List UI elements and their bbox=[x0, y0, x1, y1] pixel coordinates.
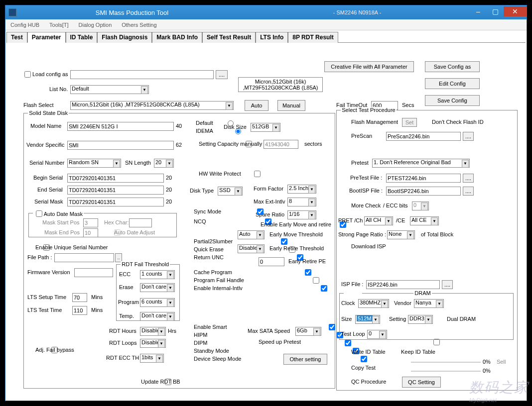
isp-file-browse[interactable]: .... bbox=[442, 280, 453, 289]
end-serial-label: End Serial bbox=[37, 187, 63, 193]
tab-selftest[interactable]: Self Test Result bbox=[202, 32, 256, 43]
sync-mode-check[interactable] bbox=[257, 208, 264, 215]
early-retire-select[interactable]: Disable bbox=[238, 244, 265, 253]
menu-tools[interactable]: Tools[T] bbox=[46, 21, 72, 29]
isp-file-label: ISP File : bbox=[341, 281, 363, 287]
hw-write-check[interactable] bbox=[254, 171, 261, 177]
cache-prog-check[interactable] bbox=[305, 269, 311, 276]
max-sata-select[interactable]: 6Gb bbox=[295, 327, 321, 336]
size-select[interactable]: 512M bbox=[355, 315, 380, 324]
erase-select[interactable]: Don't care bbox=[140, 283, 175, 292]
enable-intlv-check[interactable] bbox=[321, 285, 327, 292]
ncq-label: NCQ bbox=[194, 218, 206, 224]
enable-smart-check[interactable] bbox=[329, 324, 335, 330]
program-select[interactable]: 6 counts bbox=[140, 298, 175, 307]
spare-ratio-select[interactable]: 1/16 bbox=[287, 210, 316, 219]
tab-ltsinfo[interactable]: LTS Info bbox=[256, 32, 288, 43]
prescan-browse[interactable]: .... bbox=[463, 132, 474, 141]
menu-config[interactable]: Config HUB bbox=[7, 21, 42, 29]
early-move-label: Early Move Threshold bbox=[269, 231, 323, 237]
save-config-button[interactable]: Save Config bbox=[425, 95, 480, 106]
prescan-input[interactable] bbox=[386, 132, 461, 141]
flash-info-box: Micron,512Gbit (16k) ,MT29F512G08CKCAB (… bbox=[238, 77, 323, 92]
file-path-input[interactable] bbox=[54, 253, 114, 262]
early-move-select[interactable]: Auto bbox=[238, 230, 265, 239]
set-button: Set bbox=[402, 118, 417, 127]
begin-serial-input[interactable] bbox=[67, 174, 164, 183]
setting-cap-input bbox=[264, 140, 298, 149]
early-pe-input[interactable] bbox=[259, 257, 284, 266]
more-check-label: More Check bbox=[351, 203, 381, 208]
menu-dialog[interactable]: Dialog Option bbox=[76, 21, 115, 29]
sn-select[interactable]: Random SN bbox=[67, 159, 121, 168]
dram-vendor-label: Vendor bbox=[394, 300, 411, 306]
tab-8prdt[interactable]: 8P RDT Result bbox=[288, 32, 338, 43]
load-config-check[interactable] bbox=[24, 71, 31, 78]
dram-legend: DRAM bbox=[413, 290, 431, 296]
test-loop-select[interactable]: 0 bbox=[367, 330, 387, 339]
tab-parameter[interactable]: Parameter bbox=[27, 32, 66, 43]
serial-mask-input[interactable] bbox=[67, 198, 164, 206]
flash-select-dropdown[interactable]: Micron,512Gbit (16k) ,MT29F512G08CKCAB (… bbox=[70, 101, 234, 110]
auto-date-adjust-label: Auto Date Adjust bbox=[114, 229, 155, 235]
tab-markbad[interactable]: Mark BAD Info bbox=[152, 32, 202, 43]
bootisp-input[interactable] bbox=[386, 187, 461, 196]
slider-1[interactable] bbox=[411, 362, 481, 363]
save-config-as-button[interactable]: Save Config as bbox=[425, 61, 480, 72]
auto-button[interactable]: Auto bbox=[245, 100, 268, 111]
auto-date-mask-check[interactable] bbox=[36, 210, 42, 217]
listno-select[interactable]: Default bbox=[70, 85, 149, 94]
bootisp-browse[interactable]: .... bbox=[463, 187, 474, 196]
ce-select[interactable]: All CE bbox=[410, 216, 439, 225]
ecc-select[interactable]: 1 counts bbox=[140, 270, 175, 279]
dram-vendor-select[interactable]: Nanya bbox=[414, 299, 444, 308]
minimize-button[interactable]: – bbox=[470, 6, 487, 16]
tab-test[interactable]: Test bbox=[6, 32, 27, 43]
max-ext-select[interactable]: 8 bbox=[287, 198, 316, 206]
tab-idtable[interactable]: ID Table bbox=[66, 32, 98, 43]
lts-setup-input[interactable] bbox=[72, 293, 87, 302]
manual-button[interactable]: Manual bbox=[277, 100, 305, 111]
pret-ch-select[interactable]: All CH bbox=[364, 216, 393, 225]
pretest-file-browse[interactable]: .... bbox=[463, 174, 474, 183]
end-serial-input[interactable] bbox=[67, 186, 164, 195]
creative-file-button[interactable]: Creative File with All Parameter bbox=[324, 61, 414, 72]
rdt-hours-select[interactable]: Disable bbox=[140, 327, 166, 336]
pretest-file-input[interactable] bbox=[386, 174, 461, 183]
isp-file-input[interactable] bbox=[366, 280, 440, 289]
rdt-ecc-select[interactable]: 1bits bbox=[140, 354, 164, 363]
pretest-option-select[interactable]: 1. Don't Reference Original Bad bbox=[372, 159, 470, 168]
temp-select[interactable]: Don't care bbox=[140, 312, 175, 321]
menu-others[interactable]: Others Setting bbox=[119, 21, 159, 29]
maximize-button[interactable]: ▢ bbox=[487, 6, 504, 16]
strong-page-select[interactable]: None bbox=[387, 230, 415, 239]
enable-unique-label: Enable Unique Serial Number bbox=[35, 244, 108, 250]
clock-select[interactable]: 380MHZ bbox=[358, 299, 389, 308]
slider-2[interactable] bbox=[411, 371, 481, 372]
enable-smart-label: Enable Smart bbox=[194, 324, 227, 330]
close-button[interactable]: ✕ bbox=[504, 6, 527, 16]
qc-setting-button[interactable]: QC Setting bbox=[402, 377, 441, 388]
disk-size-select[interactable]: 512GB bbox=[251, 123, 280, 132]
edit-config-button[interactable]: Edit Config bbox=[425, 78, 480, 89]
other-setting-button[interactable]: Other setting bbox=[283, 354, 327, 365]
sn-length-select[interactable]: 20 bbox=[154, 159, 174, 168]
setting-select[interactable]: DDR3 bbox=[408, 315, 433, 324]
model-name-input[interactable] bbox=[67, 122, 174, 131]
copy-test-label: Copy Test bbox=[351, 365, 376, 371]
menubar: Config HUB Tools[T] Dialog Option Others… bbox=[5, 19, 527, 30]
firmware-input[interactable] bbox=[74, 268, 113, 277]
tab-flashdiag[interactable]: Flash Diagnosis bbox=[97, 32, 152, 43]
form-factor-select[interactable]: 2.5 Inch bbox=[287, 185, 316, 194]
partial2-check[interactable] bbox=[281, 238, 287, 245]
prog-fail-check[interactable] bbox=[313, 277, 319, 284]
load-config-browse[interactable]: .... bbox=[216, 70, 228, 79]
disk-type-select[interactable]: SSD bbox=[218, 187, 243, 196]
rdt-loops-select[interactable]: Disable bbox=[140, 339, 166, 348]
setting-label: Setting bbox=[389, 316, 406, 322]
vendor-input[interactable] bbox=[67, 141, 174, 150]
lts-test-input[interactable] bbox=[72, 306, 87, 315]
load-config-input[interactable] bbox=[70, 70, 214, 79]
hw-write-label: HW Write Protect bbox=[199, 171, 241, 177]
clock-label: Clock bbox=[341, 300, 355, 306]
